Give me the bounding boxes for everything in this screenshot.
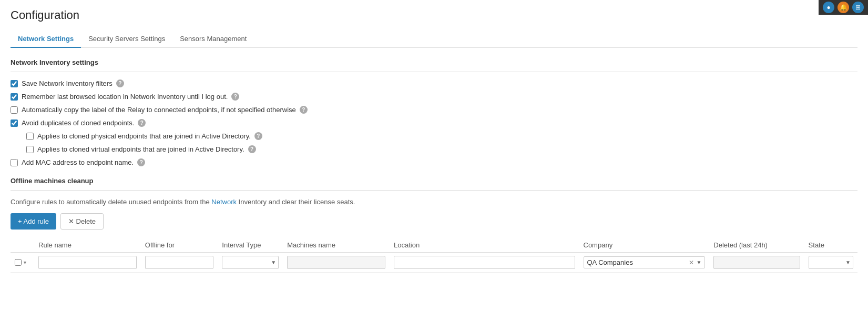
row-offline-for-cell <box>141 253 218 273</box>
row-rule-name-cell <box>34 253 141 273</box>
row-interval-type-cell: ▼ <box>218 253 283 273</box>
checkbox-save-filters[interactable] <box>11 80 18 87</box>
label-remember-location: Remember last browsed location in Networ… <box>22 93 228 101</box>
checkbox-remember-location[interactable] <box>11 93 18 101</box>
help-icon-remember-location: ? <box>231 93 239 101</box>
col-header-state: State <box>804 238 857 253</box>
checkbox-row-add-mac: Add MAC address to endpoint name. ? <box>11 158 857 166</box>
checkbox-row-physical-endpoints: Applies to cloned physical endpoints tha… <box>26 132 857 140</box>
location-input[interactable] <box>394 256 575 269</box>
help-icon-save-filters: ? <box>116 79 124 87</box>
checkbox-virtual-endpoints[interactable] <box>26 146 34 153</box>
page-container: Configuration Network Settings Security … <box>0 0 868 281</box>
deleted-last24h-input <box>713 256 800 269</box>
col-header-rule-name: Rule name <box>34 238 141 253</box>
offline-cleanup-title: Offline machines cleanup <box>11 177 857 185</box>
row-machines-name-cell <box>283 253 390 273</box>
tab-network-settings[interactable]: Network Settings <box>11 31 81 48</box>
section-divider-2 <box>11 190 857 191</box>
company-value-text: QA Companies <box>587 258 687 266</box>
row-checkbox-cell: ▼ <box>11 253 34 273</box>
network-inventory-title: Network Inventory settings <box>11 58 857 66</box>
table-row: ▼ <box>11 253 857 273</box>
help-icon-physical-endpoints: ? <box>254 132 262 140</box>
label-virtual-endpoints: Applies to cloned virtual endpoints that… <box>37 145 244 153</box>
rule-name-input[interactable] <box>38 256 137 269</box>
company-clear-icon[interactable]: ✕ <box>689 260 694 266</box>
col-header-machines-name: Machines name <box>283 238 390 253</box>
col-header-deleted-last24h: Deleted (last 24h) <box>709 238 804 253</box>
interval-type-select[interactable] <box>222 256 279 269</box>
checkbox-avoid-duplicates[interactable] <box>11 119 18 127</box>
tabs: Network Settings Security Servers Settin… <box>11 31 857 48</box>
checkbox-row-copy-label: Automatically copy the label of the Rela… <box>11 106 857 114</box>
row-select-checkbox[interactable] <box>15 259 22 266</box>
checkbox-row-save-filters: Save Network Inventory filters ? <box>11 79 857 87</box>
bell-icon[interactable]: 🔔 <box>838 2 849 13</box>
help-icon-virtual-endpoints: ? <box>248 145 256 153</box>
label-physical-endpoints: Applies to cloned physical endpoints tha… <box>37 132 251 140</box>
company-field: QA Companies ✕ ▼ <box>584 256 706 268</box>
row-checkbox-chevron[interactable]: ▼ <box>23 260 27 265</box>
col-header-interval-type: Interval Type <box>218 238 283 253</box>
label-save-filters: Save Network Inventory filters <box>22 79 113 87</box>
col-header-company: Company <box>579 238 710 253</box>
grid-icon[interactable]: ⊞ <box>852 2 864 13</box>
row-state-cell: ▼ <box>804 253 857 273</box>
col-header-offline-for: Offline for <box>141 238 218 253</box>
rules-table: Rule name Offline for Interval Type Mach… <box>11 238 857 273</box>
checkbox-copy-label[interactable] <box>11 106 18 114</box>
tab-sensors-management[interactable]: Sensors Management <box>172 31 254 48</box>
checkbox-row-avoid-duplicates: Avoid duplicates of cloned endpoints. ? <box>11 119 857 127</box>
checkbox-row-virtual-endpoints: Applies to cloned virtual endpoints that… <box>26 145 857 153</box>
checkbox-add-mac[interactable] <box>11 159 18 166</box>
page-title: Configuration <box>11 8 857 22</box>
user-icon[interactable]: ● <box>823 2 834 13</box>
help-icon-add-mac: ? <box>137 158 145 166</box>
row-deleted-last24h-cell <box>709 253 804 273</box>
checkbox-physical-endpoints[interactable] <box>26 133 34 140</box>
company-chevron-icon[interactable]: ▼ <box>696 260 701 265</box>
network-inventory-section: Network Inventory settings Save Network … <box>11 58 857 166</box>
col-header-checkbox <box>11 238 34 253</box>
row-location-cell <box>390 253 579 273</box>
top-bar: ● 🔔 ⊞ <box>819 0 868 15</box>
offline-cleanup-description: Configure rules to automatically delete … <box>11 198 857 206</box>
label-add-mac: Add MAC address to endpoint name. <box>22 158 134 166</box>
add-rule-button[interactable]: + Add rule <box>11 213 56 230</box>
delete-button[interactable]: ✕ Delete <box>60 213 104 230</box>
offline-for-input[interactable] <box>145 256 213 269</box>
col-header-location: Location <box>390 238 579 253</box>
tab-security-servers[interactable]: Security Servers Settings <box>81 31 172 48</box>
help-icon-copy-label: ? <box>300 106 308 114</box>
help-icon-avoid-duplicates: ? <box>138 119 146 127</box>
label-copy-label: Automatically copy the label of the Rela… <box>22 106 296 114</box>
table-header-row: Rule name Offline for Interval Type Mach… <box>11 238 857 253</box>
row-company-cell: QA Companies ✕ ▼ <box>579 253 710 273</box>
section-divider-1 <box>11 72 857 72</box>
offline-cleanup-section: Offline machines cleanup Configure rules… <box>11 177 857 273</box>
rules-table-wrapper: Rule name Offline for Interval Type Mach… <box>11 238 857 273</box>
machines-name-input[interactable] <box>287 256 385 269</box>
label-avoid-duplicates: Avoid duplicates of cloned endpoints. <box>22 119 134 127</box>
state-select[interactable] <box>809 256 853 269</box>
checkbox-row-remember-location: Remember last browsed location in Networ… <box>11 93 857 101</box>
network-link[interactable]: Network <box>211 198 237 206</box>
action-bar: + Add rule ✕ Delete <box>11 213 857 230</box>
